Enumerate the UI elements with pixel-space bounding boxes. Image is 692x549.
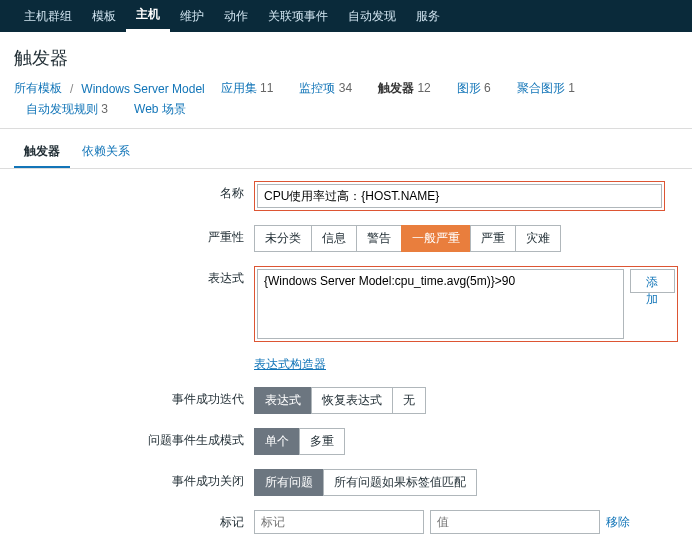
sevseg-option[interactable]: 一般严重 bbox=[401, 225, 471, 252]
severity-segment: 未分类信息警告一般严重严重灾难 bbox=[254, 225, 561, 252]
pmode-option[interactable]: 多重 bbox=[299, 428, 345, 455]
spacer bbox=[14, 356, 254, 360]
breadcrumb-item[interactable]: 触发器 12 bbox=[378, 80, 441, 97]
breadcrumb-template[interactable]: Windows Server Model bbox=[81, 82, 204, 96]
topnav-item[interactable]: 主机群组 bbox=[14, 0, 82, 32]
name-input[interactable] bbox=[257, 184, 662, 208]
tab-trigger[interactable]: 触发器 bbox=[14, 137, 70, 168]
okiter-option[interactable]: 恢复表达式 bbox=[311, 387, 393, 414]
page-title: 触发器 bbox=[0, 32, 692, 80]
name-highlight bbox=[254, 181, 665, 211]
ok-close-segment: 所有问题所有问题如果标签值匹配 bbox=[254, 469, 477, 496]
okclose-option[interactable]: 所有问题 bbox=[254, 469, 324, 496]
breadcrumb-sep: / bbox=[70, 82, 73, 96]
breadcrumb-item[interactable]: 聚合图形 1 bbox=[517, 80, 585, 97]
expression-builder-link[interactable]: 表达式构造器 bbox=[254, 356, 326, 373]
ok-iteration-label: 事件成功迭代 bbox=[14, 387, 254, 408]
sevseg-option[interactable]: 警告 bbox=[356, 225, 402, 252]
top-nav: 主机群组模板主机维护动作关联项事件自动发现服务 bbox=[0, 0, 692, 32]
expression-add-button[interactable]: 添加 bbox=[630, 269, 675, 293]
ok-iteration-segment: 表达式恢复表达式无 bbox=[254, 387, 426, 414]
tag-remove-link[interactable]: 移除 bbox=[606, 514, 630, 531]
tag-value-input[interactable] bbox=[430, 510, 600, 534]
topnav-item[interactable]: 自动发现 bbox=[338, 0, 406, 32]
form: 名称 严重性 未分类信息警告一般严重严重灾难 表达式 {Windows Serv… bbox=[0, 169, 692, 549]
breadcrumb-all-templates[interactable]: 所有模板 bbox=[14, 80, 62, 97]
topnav-item[interactable]: 模板 bbox=[82, 0, 126, 32]
problem-mode-segment: 单个多重 bbox=[254, 428, 345, 455]
okiter-option[interactable]: 无 bbox=[392, 387, 426, 414]
sevseg-option[interactable]: 灾难 bbox=[515, 225, 561, 252]
expression-highlight: {Windows Server Model:cpu_time.avg(5m)}>… bbox=[254, 266, 678, 342]
tags-label: 标记 bbox=[14, 510, 254, 531]
topnav-item[interactable]: 动作 bbox=[214, 0, 258, 32]
topnav-item[interactable]: 服务 bbox=[406, 0, 450, 32]
tab-dependencies[interactable]: 依赖关系 bbox=[72, 137, 140, 168]
okiter-option[interactable]: 表达式 bbox=[254, 387, 312, 414]
okclose-option[interactable]: 所有问题如果标签值匹配 bbox=[323, 469, 477, 496]
breadcrumb-item[interactable]: 监控项 34 bbox=[299, 80, 362, 97]
breadcrumb-item[interactable]: Web 场景 bbox=[134, 101, 186, 118]
expression-textarea[interactable]: {Windows Server Model:cpu_time.avg(5m)}>… bbox=[257, 269, 624, 339]
tag-name-input[interactable] bbox=[254, 510, 424, 534]
sevseg-option[interactable]: 信息 bbox=[311, 225, 357, 252]
topnav-item[interactable]: 关联项事件 bbox=[258, 0, 338, 32]
name-label: 名称 bbox=[14, 181, 254, 202]
breadcrumb-item[interactable]: 自动发现规则 3 bbox=[26, 101, 118, 118]
problem-mode-label: 问题事件生成模式 bbox=[14, 428, 254, 449]
topnav-item[interactable]: 主机 bbox=[126, 0, 170, 32]
topnav-item[interactable]: 维护 bbox=[170, 0, 214, 32]
breadcrumb: 所有模板 / Windows Server Model 应用集 11监控项 34… bbox=[0, 80, 692, 128]
pmode-option[interactable]: 单个 bbox=[254, 428, 300, 455]
severity-label: 严重性 bbox=[14, 225, 254, 246]
ok-close-label: 事件成功关闭 bbox=[14, 469, 254, 490]
tabs: 触发器 依赖关系 bbox=[0, 129, 692, 169]
sevseg-option[interactable]: 未分类 bbox=[254, 225, 312, 252]
expression-label: 表达式 bbox=[14, 266, 254, 287]
breadcrumb-item[interactable]: 图形 6 bbox=[457, 80, 501, 97]
breadcrumb-item[interactable]: 应用集 11 bbox=[221, 80, 284, 97]
sevseg-option[interactable]: 严重 bbox=[470, 225, 516, 252]
